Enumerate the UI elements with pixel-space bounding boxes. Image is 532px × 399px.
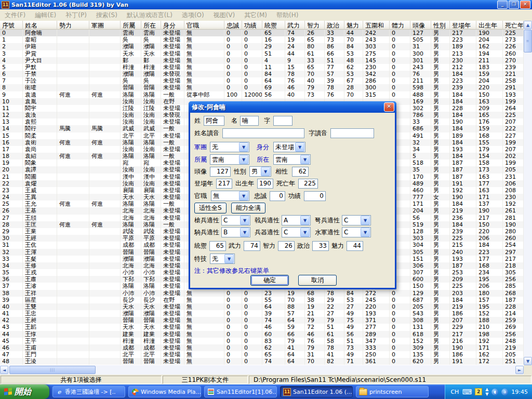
intelligence-field[interactable]: 26 <box>278 241 295 251</box>
name-reading-field[interactable] <box>222 128 304 138</box>
table-row-41[interactable]: 41王忠濮陽濮陽未登場無0039572127491930543男18615221… <box>0 310 524 317</box>
column-header-19[interactable]: 登場年 <box>450 21 476 30</box>
column-header-3[interactable]: 軍團 <box>89 21 121 30</box>
table-row-1[interactable]: 1韋昭吳吳未登場無0016196573702430505男223204273 <box>0 36 524 43</box>
table-row-38[interactable]: 38王祥小沛小沛未登場無0023196878842720129男20318026… <box>0 290 524 297</box>
taskbar-button-3[interactable]: 11San11Editor 1.06 (... <box>280 386 353 397</box>
menu-item-8[interactable]: 帮助(H) <box>272 11 303 20</box>
messenger-icon[interactable]: ◖ <box>491 389 498 395</box>
chevron-down-icon[interactable]: ▼ <box>361 216 370 225</box>
column-header-6[interactable]: 身分 <box>161 21 184 30</box>
cancel-button[interactable]: 取消 <box>298 275 337 286</box>
menu-item-1[interactable]: 編輯(E) <box>30 11 61 20</box>
table-row-2[interactable]: 2伊籍濮陽濮陽未登場無002924808684303031男189162226 <box>0 43 524 50</box>
skill-select[interactable]: 无▼ <box>210 254 235 264</box>
surname-field[interactable]: 阿會 <box>204 116 224 126</box>
loyalty-field[interactable]: 0 <box>270 191 285 201</box>
table-row-9[interactable]: 9袁遺何進何進洛陽洛陽一般從事中郎10012000564073767031504… <box>0 91 524 98</box>
table-row-7[interactable]: 7于詮吳吳未登場無0064764039672860211男223204258 <box>0 77 524 84</box>
chevron-down-icon[interactable]: ▼ <box>300 228 310 237</box>
column-header-7[interactable]: 官職 <box>184 21 224 30</box>
hscroll-thumb[interactable]: ||| <box>9 366 96 374</box>
scroll-right-icon[interactable]: ► <box>515 366 524 374</box>
column-header-8[interactable]: 忠誠 <box>224 21 242 30</box>
menu-item-0[interactable]: 文件(F) <box>0 11 30 20</box>
courtesy-name-field[interactable] <box>273 116 292 126</box>
column-header-14[interactable]: 魅力 <box>344 21 363 30</box>
chevron-down-icon[interactable]: ▼ <box>261 167 270 176</box>
column-header-1[interactable]: 姓名 <box>23 21 57 30</box>
official-rank-select[interactable]: 無▼ <box>211 191 249 201</box>
menu-item-2[interactable]: 补丁(P) <box>61 11 91 20</box>
gender-select[interactable]: 男▼ <box>249 166 271 177</box>
taskbar-button-2[interactable]: San11Editor1[1].06... <box>204 386 277 397</box>
table-row-46[interactable]: 46王甫成都成都未登場無0062417978733330309男19017121… <box>0 344 524 351</box>
given-name-field[interactable]: 喃 <box>240 116 259 126</box>
chevron-down-icon[interactable]: ▼ <box>300 216 310 225</box>
column-header-5[interactable]: 所在 <box>141 21 161 30</box>
chevron-down-icon[interactable]: ▼ <box>300 155 310 164</box>
table-row-8[interactable]: 8衛瓘晉陽晉陽未登場無0069467978283000598男239220291 <box>0 84 524 91</box>
scroll-left-icon[interactable]: ◄ <box>0 366 8 374</box>
menu-item-4[interactable]: 默认游戏语言(L) <box>122 11 177 20</box>
column-header-2[interactable]: 勢力 <box>57 21 89 30</box>
menu-item-7[interactable]: 其它(M) <box>240 11 272 20</box>
language-indicator[interactable]: CH <box>450 389 459 395</box>
spear-aptitude-select[interactable]: C▼ <box>221 215 250 225</box>
minimize-button[interactable]: _ <box>497 1 508 9</box>
birth-year-field[interactable]: 190 <box>257 179 273 189</box>
taskbar-button-4[interactable]: printscreen <box>356 386 429 397</box>
courtesy-reading-field[interactable] <box>330 128 374 138</box>
scroll-down-icon[interactable]: ▼ <box>524 357 532 365</box>
ok-button[interactable]: 确定 <box>250 275 289 286</box>
table-row-39[interactable]: 39區星長沙長沙在野無0055703829532450687男184157187 <box>0 297 524 303</box>
vscroll-thumb[interactable]: ≡ <box>524 30 532 52</box>
table-row-5[interactable]: 5尹默梓潼梓潼未登場無0011156577622300243男212183239 <box>0 64 524 71</box>
column-header-21[interactable]: 死亡年 <box>503 21 524 30</box>
table-row-43[interactable]: 43王韜天水天水未登場無0046597251492770131男22921026… <box>0 324 524 330</box>
column-header-10[interactable]: 統禦 <box>262 21 285 30</box>
column-header-9[interactable]: 功績 <box>242 21 262 30</box>
charisma-field[interactable]: 44 <box>347 241 363 251</box>
chevron-down-icon[interactable]: ▼ <box>239 155 248 164</box>
close-button[interactable]: ✕ <box>520 1 530 9</box>
column-header-15[interactable]: 五圍和 <box>363 21 390 30</box>
war-field[interactable]: 74 <box>244 241 260 251</box>
column-header-0[interactable]: 序號 <box>0 21 23 30</box>
restore-button[interactable]: ❐ <box>509 1 519 9</box>
start-button[interactable]: 開始 <box>0 384 49 399</box>
navy-aptitude-select[interactable]: C▼ <box>342 227 371 237</box>
table-row-44[interactable]: 44王惇建業建業未登場無0060664661562890618男21719825… <box>0 331 524 338</box>
status-select[interactable]: 未登場▼ <box>273 142 305 152</box>
chevron-down-icon[interactable]: ▼ <box>361 228 370 237</box>
vertical-scrollbar[interactable]: ▲ ≡ ▼ <box>524 21 532 365</box>
clock[interactable]: 19:45 <box>511 389 528 395</box>
table-row-3[interactable]: 3尹賞天水天水未登場無0051446166532750300男213194260 <box>0 50 524 57</box>
dialog-close-icon[interactable]: ✕ <box>384 102 394 112</box>
chevron-down-icon[interactable]: ▼ <box>239 191 248 201</box>
menu-item-6[interactable]: 视图(V) <box>209 11 240 20</box>
table-row-4[interactable]: 4尹大目鄴鄴未登場無00493351481450301男230211270 <box>0 57 524 64</box>
halberd-aptitude-select[interactable]: A▼ <box>282 215 311 225</box>
scroll-up-icon[interactable]: ▲ <box>524 21 532 29</box>
corps-select[interactable]: 无▼ <box>210 142 249 152</box>
aptitude-all-s-button[interactable]: 适性全S <box>194 203 227 214</box>
keyboard-icon[interactable]: ⌨ <box>462 388 472 396</box>
column-header-12[interactable]: 智力 <box>305 21 325 30</box>
death-year-field[interactable]: 225 <box>298 179 318 189</box>
table-row-42[interactable]: 42王昶晉陽晉陽未登場無0074647979753710308男20718825… <box>0 317 524 324</box>
politics-field[interactable]: 33 <box>312 241 329 251</box>
chevron-down-icon[interactable]: ▼ <box>224 254 234 263</box>
chevron-down-icon[interactable]: ▼ <box>240 228 249 237</box>
bow-aptitude-select[interactable]: C▼ <box>342 215 371 225</box>
compatibility-field[interactable]: 62 <box>292 167 309 177</box>
belong-select[interactable]: 雲南▼ <box>210 154 249 165</box>
table-row-40[interactable]: 40王雙天水天水未登場無0064881922272200205男21919522… <box>0 303 524 310</box>
leadership-field[interactable]: 65 <box>209 241 226 251</box>
table-row-0[interactable]: 0阿會喃雲南雲南未登場無0065742633442420127男21719022… <box>0 30 524 36</box>
column-header-17[interactable]: 頭像 <box>410 21 431 30</box>
app-tray-icon[interactable]: a <box>501 389 508 395</box>
column-header-20[interactable]: 出生年 <box>476 21 503 30</box>
merit-field[interactable]: 0 <box>304 191 326 201</box>
column-header-16[interactable]: 體力 <box>390 21 410 30</box>
